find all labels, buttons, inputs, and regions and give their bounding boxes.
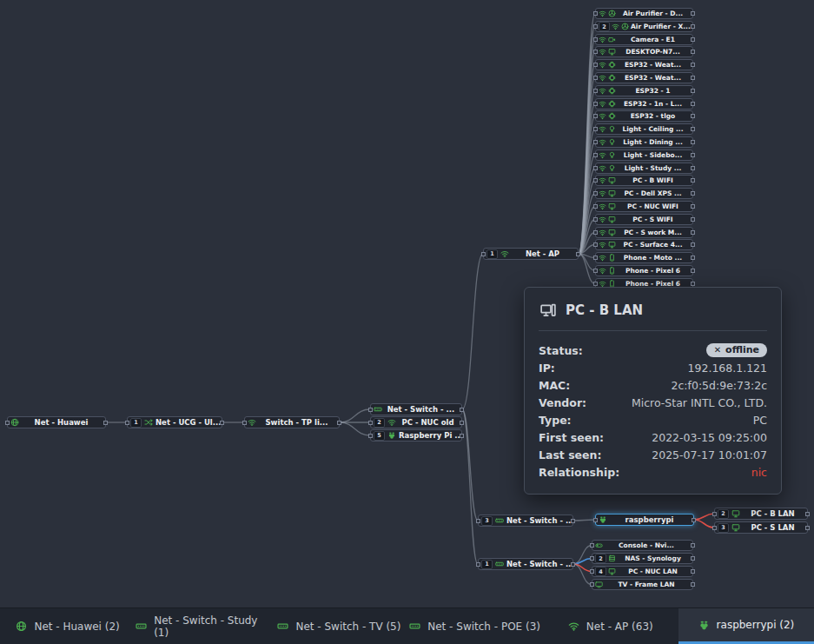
tab-net-switch-tv-5[interactable]: Net - Switch - TV (5) bbox=[271, 608, 407, 644]
node-ap-x[interactable]: 2Air Purifier - X... bbox=[595, 21, 693, 32]
phone-icon bbox=[608, 254, 616, 262]
node-label: Phone - Pixel 6 bbox=[618, 267, 688, 275]
monitor-icon bbox=[608, 229, 616, 236]
wifi-icon bbox=[599, 87, 606, 95]
fan-icon bbox=[608, 10, 616, 17]
popup-row-label: First seen: bbox=[539, 431, 604, 444]
node-nuc-old[interactable]: 2PC - NUC old bbox=[370, 416, 462, 428]
node-esp32-1[interactable]: ESP32 - 1 bbox=[595, 85, 693, 96]
switch-icon bbox=[374, 405, 382, 414]
node-tvframe[interactable]: TV - Frame LAN bbox=[592, 579, 693, 590]
camera-icon bbox=[608, 36, 616, 43]
node-label: Light - Study ... bbox=[618, 164, 688, 172]
node-label: PC - S LAN bbox=[743, 523, 803, 532]
tab-net-huawei-2[interactable]: Net - Huawei (2) bbox=[0, 608, 136, 644]
node-esp32-weat1[interactable]: ESP32 - Weat... bbox=[595, 59, 693, 70]
wifi-icon bbox=[599, 36, 606, 43]
node-sw-poe[interactable]: 1Net - Switch - ... bbox=[478, 558, 573, 570]
node-badge: 3 bbox=[718, 523, 729, 533]
node-pc-surface[interactable]: PC - Surface 4... bbox=[595, 239, 693, 250]
shuffle-icon bbox=[144, 418, 153, 427]
tab-net-ap-63[interactable]: Net - AP (63) bbox=[543, 608, 678, 644]
popup-row: Type:PC bbox=[539, 411, 767, 428]
node-badge: 2 bbox=[599, 22, 610, 31]
node-nas[interactable]: 2NAS - Synology bbox=[592, 553, 693, 564]
wifi-icon bbox=[387, 418, 396, 427]
tab-raspberrypi-2[interactable]: raspberrypi (2) bbox=[678, 608, 814, 644]
popup-title-icon bbox=[540, 302, 556, 318]
node-label: Raspberry Pi ... bbox=[399, 431, 463, 440]
node-desktop[interactable]: DESKTOP-N7... bbox=[595, 46, 693, 57]
wifi-icon bbox=[599, 176, 606, 184]
node-phone-moto[interactable]: Phone - Moto ... bbox=[595, 252, 693, 263]
node-light-sidebo[interactable]: Light - Sidebo... bbox=[595, 149, 693, 161]
node-label: Light - Dining ... bbox=[618, 138, 688, 146]
node-label: PC - B LAN bbox=[743, 509, 803, 518]
node-label: Camera - E1 bbox=[618, 36, 688, 43]
node-badge: 5 bbox=[374, 431, 385, 441]
monitor-icon bbox=[608, 48, 616, 56]
chip-icon bbox=[608, 100, 616, 108]
wifi-icon bbox=[599, 112, 606, 120]
node-raspberrypi[interactable]: raspberrypi bbox=[595, 514, 694, 526]
node-pc-dell[interactable]: PC - Dell XPS ... bbox=[595, 188, 693, 199]
node-pc-s-wifi[interactable]: PC - S WIFI bbox=[595, 214, 693, 225]
node-console[interactable]: Console - Nvi... bbox=[592, 540, 693, 551]
node-ucg[interactable]: 1Net - UCG - Ul... bbox=[127, 416, 222, 428]
tab-net-switch-poe-3[interactable]: Net - Switch - POE (3) bbox=[407, 608, 543, 644]
monitor-icon bbox=[608, 202, 616, 210]
node-sw-study[interactable]: Net - Switch - ... bbox=[370, 403, 462, 415]
node-pc-nuc-wifi[interactable]: PC - NUC WIFI bbox=[595, 201, 693, 212]
tab-net-switch-study-1[interactable]: Net - Switch - Study (1) bbox=[136, 608, 271, 644]
chip-icon bbox=[608, 87, 616, 95]
status-badge: ✕offline bbox=[706, 343, 767, 357]
wifi-icon bbox=[599, 100, 606, 108]
node-pc-b-wifi[interactable]: PC - B WIFI bbox=[595, 175, 693, 186]
popup-row-value: PC bbox=[753, 414, 767, 427]
globe-icon bbox=[16, 621, 27, 632]
node-label: PC - NUC WIFI bbox=[618, 202, 688, 210]
node-phone-pixel6a[interactable]: Phone - Pixel 6 bbox=[595, 265, 693, 276]
node-label: PC - Surface 4... bbox=[618, 241, 688, 249]
node-camera-e1[interactable]: Camera - E1 bbox=[595, 34, 693, 45]
node-label: ESP32 - Weat... bbox=[618, 74, 688, 82]
network-map-canvas[interactable]: Net - Huawei1Net - UCG - Ul...Switch - T… bbox=[0, 0, 814, 608]
node-nuclan[interactable]: 4PC - NUC LAN bbox=[592, 566, 693, 577]
node-huawei[interactable]: Net - Huawei bbox=[7, 416, 106, 428]
popup-row-value: 192.168.1.121 bbox=[688, 362, 767, 375]
node-badge: 2 bbox=[374, 418, 385, 428]
node-light-ceiling[interactable]: Light - Ceiling ... bbox=[595, 123, 693, 135]
node-light-dining[interactable]: Light - Dining ... bbox=[595, 136, 693, 148]
node-badge: 1 bbox=[481, 560, 493, 569]
node-sw-tv[interactable]: 3Net - Switch - ... bbox=[478, 515, 573, 527]
popup-row-label: Relationship: bbox=[539, 466, 619, 479]
node-ap-d[interactable]: Air Purifier - D... bbox=[595, 8, 693, 19]
node-badge: 2 bbox=[595, 554, 606, 563]
node-label: Air Purifier - X... bbox=[631, 23, 691, 30]
pc-icon bbox=[540, 302, 556, 318]
wifi-icon bbox=[599, 189, 606, 197]
node-pc-b-lan[interactable]: 2PC - B LAN bbox=[714, 508, 808, 520]
switch-icon bbox=[409, 621, 420, 632]
popup-row-label: Status: bbox=[539, 344, 583, 357]
node-netap[interactable]: 1Net - AP bbox=[483, 248, 579, 260]
node-label: Net - Switch - ... bbox=[385, 405, 457, 414]
switch-icon bbox=[495, 516, 504, 525]
node-rpi-old[interactable]: 5Raspberry Pi ... bbox=[370, 429, 462, 442]
wifi-icon bbox=[599, 254, 606, 262]
node-tpswitch[interactable]: Switch - TP li... bbox=[244, 416, 340, 428]
node-pc-s-work[interactable]: PC - S work M... bbox=[595, 227, 693, 238]
node-esp32-1n[interactable]: ESP32 - 1n - L... bbox=[595, 98, 693, 110]
edge-sw_study-sw_tv bbox=[462, 409, 478, 521]
node-label: Net - Huawei bbox=[22, 418, 101, 427]
node-esp32-tlgo[interactable]: ESP32 - tlgo bbox=[595, 110, 693, 122]
node-label: raspberrypi bbox=[610, 515, 689, 524]
monitor-icon bbox=[608, 241, 616, 249]
bulb-icon bbox=[608, 125, 616, 133]
node-light-study[interactable]: Light - Study ... bbox=[595, 163, 693, 174]
wifi-icon bbox=[599, 229, 606, 236]
monitor-icon bbox=[608, 189, 616, 197]
node-esp32-weat2[interactable]: ESP32 - Weat... bbox=[595, 72, 693, 83]
node-pc-s-lan[interactable]: 3PC - S LAN bbox=[714, 521, 808, 534]
wifi-icon bbox=[599, 48, 606, 56]
